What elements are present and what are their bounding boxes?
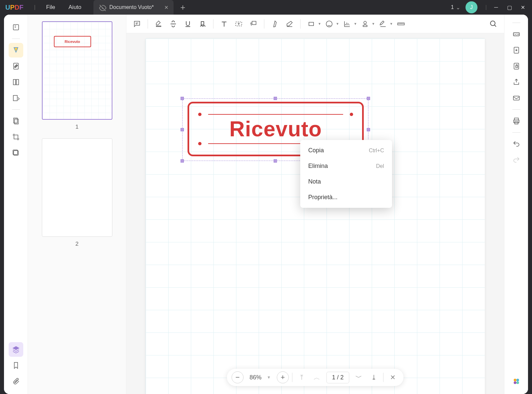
add-tab-button[interactable]: + (180, 2, 185, 13)
svg-rect-9 (156, 26, 161, 27)
svg-rect-2 (13, 79, 16, 85)
print-button[interactable] (509, 114, 524, 128)
organize-pages-button[interactable] (9, 114, 23, 128)
svg-point-13 (326, 21, 332, 27)
left-sidebar (4, 15, 28, 394)
context-menu-copy[interactable]: Copia Ctrl+C (300, 143, 392, 158)
first-page-button[interactable]: ⤒ (296, 371, 308, 383)
stamp-text: Ricevuto (229, 117, 322, 141)
resize-handle[interactable] (181, 97, 184, 100)
ai-assistant-button[interactable] (509, 374, 524, 389)
fill-sign-button[interactable] (9, 91, 23, 105)
avatar[interactable]: J (466, 1, 477, 13)
bookmark-button[interactable] (9, 358, 23, 373)
watermark-button[interactable] (9, 146, 23, 160)
zoom-level-dropdown[interactable]: 86% ▼ (247, 374, 273, 381)
close-button[interactable]: ✕ (516, 1, 529, 14)
crop-button[interactable] (9, 130, 23, 144)
resize-handle[interactable] (367, 97, 370, 100)
separator: | (34, 4, 35, 10)
context-menu-properties[interactable]: Proprietà... (300, 190, 392, 205)
separator: | (485, 4, 487, 10)
top-toolbar: ▼ ▼ ▼ ▼ ▼ (126, 15, 504, 33)
callout-tool-button[interactable] (247, 17, 260, 31)
comment-mode-button[interactable] (9, 43, 23, 58)
svg-point-16 (490, 21, 495, 26)
context-menu-delete[interactable]: Elimina Del (300, 158, 392, 174)
chevron-down-icon[interactable]: ▼ (354, 22, 357, 26)
svg-rect-4 (13, 95, 17, 101)
zoom-out-button[interactable]: − (231, 371, 243, 383)
email-button[interactable] (509, 91, 524, 105)
last-page-button[interactable]: ⤓ (368, 371, 380, 383)
share-button[interactable] (509, 75, 524, 89)
page-grid (146, 39, 485, 394)
chevron-down-icon[interactable]: ▼ (336, 22, 339, 26)
close-tab-button[interactable]: × (165, 4, 169, 11)
eraser-tool-button[interactable] (283, 17, 296, 31)
canvas-container[interactable]: Ricevuto Copia Ctrl+C Elimina Del Nota (126, 33, 504, 394)
sticker-tool-button[interactable] (323, 17, 336, 31)
protect-button[interactable] (509, 59, 524, 73)
rectangle-tool-button[interactable] (305, 17, 318, 31)
export-button[interactable] (509, 43, 524, 58)
edit-mode-button[interactable] (9, 59, 23, 73)
context-menu: Copia Ctrl+C Elimina Del Nota Proprietà.… (300, 140, 392, 208)
resize-handle[interactable] (181, 159, 184, 163)
app-logo: UPDF (5, 4, 23, 11)
page-canvas[interactable]: Ricevuto Copia Ctrl+C Elimina Del Nota (146, 39, 485, 394)
redo-button[interactable] (509, 153, 524, 167)
chevron-down-icon: ▼ (267, 375, 271, 380)
bottom-navigation-bar: − 86% ▼ + ⤒ ︿ 1 / 2 ﹀ ⤓ ✕ (227, 369, 403, 386)
pencil-tool-button[interactable] (268, 17, 282, 31)
zoom-in-button[interactable]: + (277, 371, 289, 383)
chevron-down-icon[interactable]: ▼ (318, 22, 321, 26)
page-tools-button[interactable] (9, 75, 23, 89)
chevron-down-icon[interactable]: ▼ (390, 22, 393, 26)
signature-tool-button[interactable] (376, 17, 390, 31)
menu-help[interactable]: Aiuto (62, 1, 88, 14)
minimize-button[interactable]: ─ (489, 1, 503, 14)
highlight-tool-button[interactable] (152, 17, 165, 31)
svg-point-26 (514, 379, 516, 381)
resize-handle[interactable] (274, 97, 277, 100)
underline-tool-button[interactable] (181, 17, 195, 31)
context-menu-note[interactable]: Nota (300, 174, 392, 190)
prev-page-button[interactable]: ︿ (311, 371, 323, 383)
chevron-down-icon[interactable]: ▼ (372, 22, 375, 26)
titlebar: UPDF | File Aiuto Documento Vuoto* × + 1… (0, 0, 532, 15)
thumbnail-panel: Ricevuto 1 2 (28, 15, 126, 394)
close-bar-button[interactable]: ✕ (387, 371, 399, 383)
ruler-tool-button[interactable] (394, 17, 408, 31)
page-number-input[interactable]: 1 / 2 (326, 372, 349, 383)
textbox-tool-button[interactable] (232, 17, 245, 31)
document-tab[interactable]: Documento Vuoto* × (93, 0, 174, 15)
thumbnail-page-1[interactable]: Ricevuto 1 (35, 21, 119, 130)
stamp-tool-button[interactable] (358, 17, 372, 31)
resize-handle[interactable] (181, 128, 184, 131)
svg-point-27 (516, 379, 519, 381)
attachment-button[interactable] (9, 374, 23, 389)
chart-tool-button[interactable] (340, 17, 354, 31)
undo-button[interactable] (509, 137, 524, 151)
ocr-button[interactable]: OCR (509, 27, 524, 42)
menu-file[interactable]: File (40, 1, 62, 14)
search-button[interactable] (487, 17, 500, 31)
next-page-button[interactable]: ﹀ (353, 371, 365, 383)
resize-handle[interactable] (274, 159, 277, 163)
squiggly-tool-button[interactable] (196, 17, 209, 31)
svg-rect-12 (309, 22, 314, 26)
maximize-button[interactable]: ▢ (503, 1, 516, 14)
layers-button[interactable] (9, 342, 23, 357)
resize-handle[interactable] (367, 128, 370, 131)
thumbnail-stamp: Ricevuto (54, 36, 91, 47)
thumbnail-page-2[interactable]: 2 (35, 138, 119, 247)
text-tool-button[interactable] (217, 17, 231, 31)
strikethrough-tool-button[interactable] (167, 17, 180, 31)
eye-off-icon (99, 4, 105, 11)
separator (12, 39, 20, 39)
comment-tool-button[interactable] (130, 17, 144, 31)
account-dropdown[interactable]: ⌄ (456, 4, 460, 11)
svg-point-28 (514, 381, 516, 384)
reader-mode-button[interactable] (9, 20, 23, 35)
